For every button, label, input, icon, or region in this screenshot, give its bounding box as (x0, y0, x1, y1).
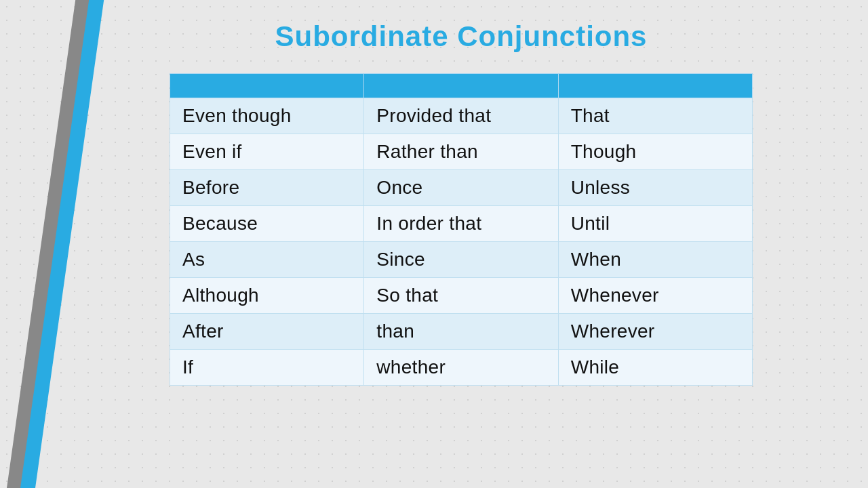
table-cell-1-2: Though (558, 134, 752, 170)
table-cell-3-1: In order that (364, 206, 558, 242)
table-cell-2-0: Before (170, 170, 364, 206)
table-cell-1-0: Even if (170, 134, 364, 170)
page-title: Subordinate Conjunctions (275, 20, 648, 53)
table-cell-6-1: than (364, 314, 558, 350)
table-cell-5-0: Although (170, 278, 364, 314)
table-cell-3-2: Until (558, 206, 752, 242)
table-cell-3-0: Because (170, 206, 364, 242)
table-cell-6-2: Wherever (558, 314, 752, 350)
col-header-3 (558, 74, 752, 98)
table-cell-6-0: After (170, 314, 364, 350)
table-row: AsSinceWhen (170, 242, 753, 278)
table-cell-7-0: If (170, 350, 364, 386)
main-content: Subordinate Conjunctions Even thoughProv… (68, 14, 854, 474)
table-cell-4-1: Since (364, 242, 558, 278)
table-row: Even thoughProvided thatThat (170, 98, 753, 134)
table-header-row (170, 74, 753, 98)
conjunctions-table: Even thoughProvided thatThatEven ifRathe… (170, 73, 753, 386)
table-cell-0-0: Even though (170, 98, 364, 134)
table-cell-4-2: When (558, 242, 752, 278)
table-cell-5-1: So that (364, 278, 558, 314)
col-header-2 (364, 74, 558, 98)
table-row: AlthoughSo thatWhenever (170, 278, 753, 314)
table-cell-2-1: Once (364, 170, 558, 206)
table-row: BeforeOnceUnless (170, 170, 753, 206)
table-row: Even ifRather thanThough (170, 134, 753, 170)
table-row: BecauseIn order thatUntil (170, 206, 753, 242)
table-cell-2-2: Unless (558, 170, 752, 206)
table-cell-5-2: Whenever (558, 278, 752, 314)
col-header-1 (170, 74, 364, 98)
table-cell-0-2: That (558, 98, 752, 134)
table-cell-0-1: Provided that (364, 98, 558, 134)
table-row: AfterthanWherever (170, 314, 753, 350)
table-cell-7-1: whether (364, 350, 558, 386)
table-cell-1-1: Rather than (364, 134, 558, 170)
table-cell-7-2: While (558, 350, 752, 386)
table-row: IfwhetherWhile (170, 350, 753, 386)
table-cell-4-0: As (170, 242, 364, 278)
